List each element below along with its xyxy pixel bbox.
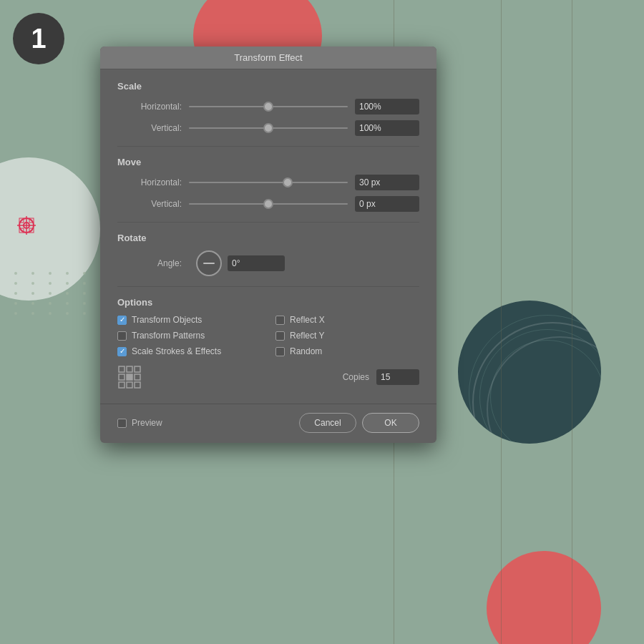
svg-rect-9 [127,366,132,372]
scale-horizontal-slider[interactable] [189,100,348,113]
copies-row: Copies [117,365,419,389]
checkbox-transform-patterns[interactable]: Transform Patterns [117,331,261,341]
rotate-angle-input[interactable] [228,255,285,271]
target-icon [16,215,37,236]
move-horizontal-row: Horizontal: [117,175,419,190]
rotate-section-label: Rotate [117,233,419,243]
move-horizontal-input[interactable] [355,175,419,190]
svg-rect-12 [127,374,132,380]
deco-vertical-line-2 [501,0,502,644]
checkbox-random-label: Random [290,346,322,356]
scale-section-label: Scale [117,81,419,92]
dialog-body: Scale Horizontal: Vertical: Move Horiz [100,69,436,404]
scale-horizontal-label: Horizontal: [117,102,182,112]
move-vertical-thumb[interactable] [263,199,273,209]
move-vertical-track [189,203,348,205]
checkbox-reflect-x[interactable]: Reflect X [275,315,419,325]
dialog-footer: Preview Cancel OK [100,404,436,443]
transform-effect-dialog: Transform Effect Scale Horizontal: Verti… [100,47,436,443]
checkbox-reflect-y-box[interactable] [275,331,285,341]
rotate-angle-label: Angle: [117,258,182,268]
checkbox-random[interactable]: Random [275,346,419,356]
options-section-label: Options [117,297,419,308]
move-vertical-slider[interactable] [189,197,348,210]
copies-label: Copies [149,372,369,382]
angle-dial[interactable] [196,250,222,276]
preview-row: Preview [117,418,292,428]
scale-horizontal-row: Horizontal: [117,99,419,114]
svg-rect-8 [119,366,125,372]
checkbox-reflect-y-label: Reflect Y [290,331,324,341]
ok-button[interactable]: OK [362,413,419,433]
svg-rect-13 [135,374,140,380]
svg-rect-15 [127,382,132,388]
divider-3 [117,286,419,287]
deco-dot-grid [14,272,110,315]
scale-vertical-thumb[interactable] [263,123,273,133]
move-horizontal-track [189,182,348,183]
dialog-title: Transform Effect [234,52,302,63]
checkbox-scale-strokes-label: Scale Strokes & Effects [132,346,221,356]
scale-vertical-label: Vertical: [117,123,182,133]
scale-horizontal-thumb[interactable] [263,102,273,112]
checkbox-reflect-y[interactable]: Reflect Y [275,331,419,341]
preview-checkbox[interactable] [117,419,127,428]
checkbox-reflect-x-label: Reflect X [290,315,325,325]
svg-rect-10 [135,366,140,372]
scale-vertical-slider[interactable] [189,122,348,135]
copies-input[interactable] [376,369,419,385]
checkbox-scale-strokes-box[interactable] [117,347,127,356]
svg-rect-14 [119,382,125,388]
svg-rect-11 [119,374,125,380]
checkbox-random-box[interactable] [275,347,285,356]
move-horizontal-label: Horizontal: [117,177,182,187]
divider-2 [117,222,419,223]
checkbox-reflect-x-box[interactable] [275,316,285,325]
scale-vertical-track [189,127,348,129]
scale-horizontal-track [189,106,348,107]
move-vertical-label: Vertical: [117,199,182,209]
checkbox-scale-strokes[interactable]: Scale Strokes & Effects [117,346,261,356]
rotate-angle-row: Angle: [117,250,419,276]
step-number: 1 [13,13,64,64]
grid-copies-icon [117,365,142,389]
move-vertical-input[interactable] [355,196,419,212]
move-vertical-row: Vertical: [117,196,419,212]
checkbox-transform-objects[interactable]: Transform Objects [117,315,261,325]
dialog-titlebar: Transform Effect [100,47,436,69]
footer-buttons: Cancel OK [299,413,419,433]
divider-1 [117,146,419,147]
svg-rect-16 [135,382,140,388]
deco-vertical-line-3 [572,0,572,644]
cancel-button[interactable]: Cancel [299,413,356,433]
options-grid: Transform Objects Reflect X Transform Pa… [117,315,419,356]
scale-vertical-input[interactable] [355,120,419,136]
scale-vertical-row: Vertical: [117,120,419,136]
checkbox-transform-objects-label: Transform Objects [132,315,202,325]
checkbox-transform-patterns-box[interactable] [117,331,127,341]
angle-dial-indicator [203,263,215,264]
move-section-label: Move [117,157,419,167]
deco-dark-right-circle [458,301,601,444]
preview-label: Preview [132,418,162,428]
checkbox-transform-objects-box[interactable] [117,316,127,325]
move-horizontal-slider[interactable] [189,176,348,189]
move-horizontal-thumb[interactable] [283,177,293,187]
scale-horizontal-input[interactable] [355,99,419,114]
checkbox-transform-patterns-label: Transform Patterns [132,331,205,341]
